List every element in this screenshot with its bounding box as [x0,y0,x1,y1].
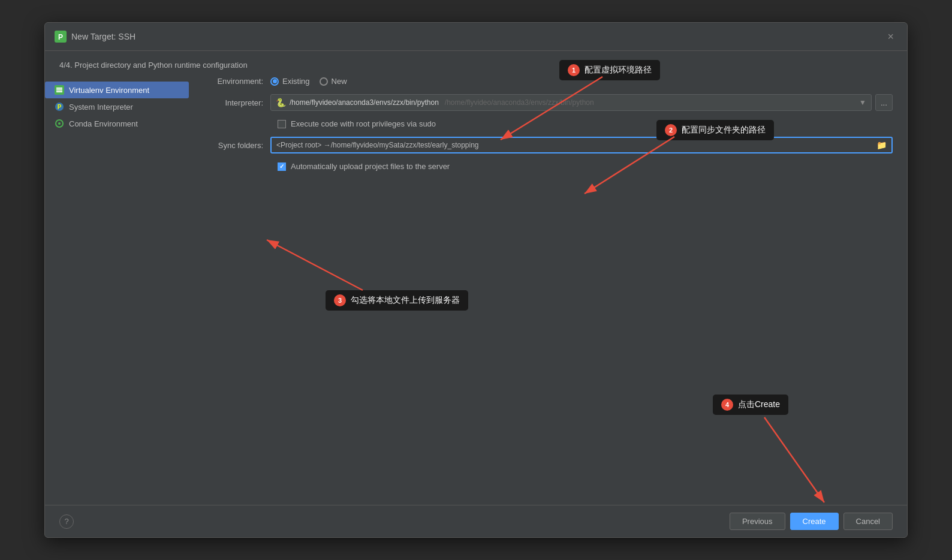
svg-rect-4 [56,88,62,89]
sudo-checkbox[interactable] [278,120,286,128]
interpreter-python-icon: 🐍 [276,98,286,107]
new-label: New [332,77,347,86]
button-group: Previous Create Cancel [730,513,893,530]
interpreter-path-bold: /home/flyvideo/anaconda3/envs/zzx/bin/py… [290,98,439,107]
svg-point-9 [58,122,61,125]
callout-3-text: 勾选将本地文件上传到服务器 [351,295,460,306]
sync-folders-label: Sync folders: [198,141,270,150]
sidebar-item-conda[interactable]: Conda Environment [45,115,189,132]
sync-folders-value: <Project root> →/home/flyvideo/mySata/zz… [276,141,479,149]
python-icon: P [55,102,64,112]
callout-3-number: 3 [334,294,346,306]
sudo-checkbox-row: Execute code with root privileges via su… [198,119,893,128]
auto-upload-checkbox[interactable] [278,162,286,171]
callout-4-number: 4 [721,399,733,411]
interpreter-row: Interpreter: 🐍 /home/flyvideo/anaconda3/… [198,94,893,111]
interpreter-path-gray: /home/flyvideo/anaconda3/envs/zzx/bin/py… [445,98,594,107]
callout-1-text: 配置虚拟环境路径 [585,65,652,76]
existing-option[interactable]: Existing [270,77,310,86]
environment-radio-group: Existing New [270,77,347,86]
sudo-label: Execute code with root privileges via su… [291,119,436,128]
sidebar-item-virtualenv[interactable]: Virtualenv Environment [45,82,189,98]
sidebar-item-system[interactable]: P System Interpreter [45,98,189,115]
svg-rect-3 [56,89,62,91]
conda-icon [55,119,64,128]
callout-4: 4 点击Create [713,395,788,415]
environment-row: Environment: Existing New [198,77,893,86]
previous-button[interactable]: Previous [730,513,785,530]
main-panel: Environment: Existing New Interpreter: [189,77,907,505]
virtualenv-icon [55,85,64,95]
new-radio[interactable] [320,77,328,86]
svg-text:P: P [58,104,62,110]
callout-4-text: 点击Create [738,399,780,410]
sidebar-conda-label: Conda Environment [69,119,138,128]
interpreter-field[interactable]: 🐍 /home/flyvideo/anaconda3/envs/zzx/bin/… [270,94,872,111]
close-button[interactable]: × [884,30,897,43]
cancel-button[interactable]: Cancel [843,513,893,530]
dialog-title: New Target: SSH [71,32,884,41]
callout-2: 2 配置同步文件夹的路径 [656,120,774,140]
help-button[interactable]: ? [59,514,74,529]
app-icon: P [55,31,67,43]
sidebar: Virtualenv Environment P System Interpre… [45,77,189,505]
title-bar: P New Target: SSH × [45,23,907,51]
environment-label: Environment: [198,77,270,86]
callout-1: 1 配置虚拟环境路径 [559,60,660,80]
callout-2-text: 配置同步文件夹的路径 [682,125,766,136]
sync-folders-browse-icon[interactable]: 📁 [876,140,887,150]
existing-label: Existing [282,77,310,86]
new-option[interactable]: New [320,77,347,86]
bottom-bar: ? Previous Create Cancel [45,505,907,537]
svg-text:P: P [58,33,63,41]
existing-radio[interactable] [270,77,279,86]
interpreter-browse-button[interactable]: ... [875,94,893,111]
content-area: Virtualenv Environment P System Interpre… [45,77,907,505]
sidebar-virtualenv-label: Virtualenv Environment [69,86,149,95]
create-button[interactable]: Create [790,513,839,530]
interpreter-dropdown-arrow[interactable]: ▼ [859,98,866,107]
auto-upload-row: Automatically upload project files to th… [198,162,893,171]
sync-folders-input[interactable]: <Project root> →/home/flyvideo/mySata/zz… [270,137,893,153]
sidebar-system-label: System Interpreter [69,103,133,112]
callout-2-number: 2 [665,124,677,136]
svg-rect-5 [56,91,62,92]
dialog: P New Target: SSH × 4/4. Project directo… [44,22,908,538]
auto-upload-label: Automatically upload project files to th… [291,162,450,171]
step-title: 4/4. Project directory and Python runtim… [45,51,907,77]
sync-folders-row: Sync folders: <Project root> →/home/flyv… [198,137,893,153]
callout-3: 3 勾选将本地文件上传到服务器 [326,290,468,311]
callout-1-number: 1 [568,64,580,76]
interpreter-label: Interpreter: [198,98,270,107]
